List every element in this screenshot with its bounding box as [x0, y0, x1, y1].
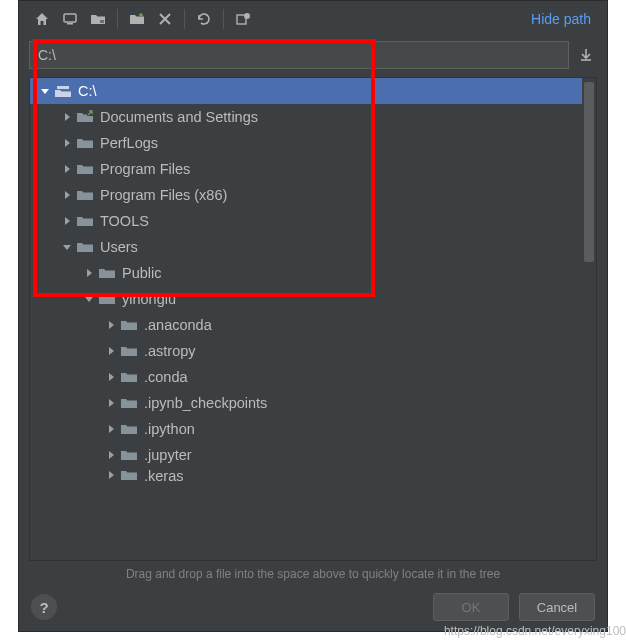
chevron-right-icon[interactable]: [60, 110, 74, 124]
hide-path-link[interactable]: Hide path: [531, 11, 597, 27]
tree-row-label: .astropy: [144, 343, 196, 359]
folder-icon: [120, 468, 138, 482]
folder-icon: [120, 318, 138, 332]
folder-icon: [76, 188, 94, 202]
folder-icon: [98, 266, 116, 280]
toolbar: Hide path: [19, 1, 607, 37]
chevron-right-icon[interactable]: [104, 344, 118, 358]
tree-row[interactable]: Users: [30, 234, 582, 260]
tree-row[interactable]: Program Files: [30, 156, 582, 182]
chevron-right-icon[interactable]: [60, 188, 74, 202]
folder-icon: [120, 422, 138, 436]
tree-row[interactable]: .keras: [30, 468, 582, 488]
tree-row[interactable]: .anaconda: [30, 312, 582, 338]
chevron-right-icon[interactable]: [60, 162, 74, 176]
tree-row[interactable]: .conda: [30, 364, 582, 390]
delete-button[interactable]: [152, 6, 178, 32]
tree-row-label: Public: [122, 265, 162, 281]
folder-icon: [120, 396, 138, 410]
refresh-button[interactable]: [191, 6, 217, 32]
tree-row[interactable]: PerfLogs: [30, 130, 582, 156]
show-hidden-button[interactable]: [230, 6, 256, 32]
tree-row-label: .jupyter: [144, 447, 192, 463]
chevron-right-icon[interactable]: [104, 422, 118, 436]
svg-rect-0: [64, 14, 76, 22]
tree-row-label: Program Files (x86): [100, 187, 227, 203]
project-folder-button[interactable]: [85, 6, 111, 32]
tree-row-label: .anaconda: [144, 317, 212, 333]
tree-row-label: .ipynb_checkpoints: [144, 395, 267, 411]
tree-row[interactable]: C:\: [30, 78, 582, 104]
separator: [117, 9, 118, 29]
chevron-down-icon[interactable]: [38, 84, 52, 98]
tree-row[interactable]: .ipynb_checkpoints: [30, 390, 582, 416]
cancel-button[interactable]: Cancel: [519, 593, 595, 621]
folder-icon: [120, 448, 138, 462]
folder-icon: [76, 136, 94, 150]
tree-row[interactable]: .jupyter: [30, 442, 582, 468]
tree-row[interactable]: .ipython: [30, 416, 582, 442]
svg-rect-2: [100, 20, 104, 23]
folder-icon: [98, 292, 116, 306]
tree-row-label: Users: [100, 239, 138, 255]
file-tree[interactable]: C:\Documents and SettingsPerfLogsProgram…: [30, 78, 582, 560]
chevron-right-icon[interactable]: [60, 214, 74, 228]
scrollbar-thumb[interactable]: [584, 82, 594, 262]
svg-rect-5: [57, 86, 69, 89]
desktop-button[interactable]: [57, 6, 83, 32]
home-button[interactable]: [29, 6, 55, 32]
chevron-right-icon[interactable]: [104, 468, 118, 482]
chevron-right-icon[interactable]: [60, 136, 74, 150]
history-button[interactable]: [575, 44, 597, 66]
hint-text: Drag and drop a file into the space abov…: [19, 561, 607, 585]
file-chooser-dialog: Hide path C:\Documents and SettingsPerfL…: [18, 0, 608, 632]
scrollbar[interactable]: [582, 78, 596, 560]
chevron-right-icon[interactable]: [82, 266, 96, 280]
tree-container: C:\Documents and SettingsPerfLogsProgram…: [29, 77, 597, 561]
tree-row-label: .ipython: [144, 421, 195, 437]
tree-row-label: yihonglu: [122, 291, 176, 307]
chevron-right-icon[interactable]: [104, 396, 118, 410]
folder-link-icon: [76, 110, 94, 124]
folder-icon: [76, 240, 94, 254]
tree-row[interactable]: TOOLS: [30, 208, 582, 234]
tree-row-label: Documents and Settings: [100, 109, 258, 125]
separator: [223, 9, 224, 29]
chevron-down-icon[interactable]: [82, 292, 96, 306]
path-input[interactable]: [29, 41, 569, 69]
separator: [184, 9, 185, 29]
folder-icon: [76, 162, 94, 176]
drive-icon: [54, 84, 72, 98]
tree-row-label: .keras: [144, 468, 184, 484]
watermark: https://blog.csdn.net/everyxing100: [444, 624, 626, 638]
folder-icon: [120, 344, 138, 358]
chevron-right-icon[interactable]: [104, 318, 118, 332]
tree-row[interactable]: Documents and Settings: [30, 104, 582, 130]
folder-icon: [76, 214, 94, 228]
tree-row-label: Program Files: [100, 161, 190, 177]
tree-row-label: C:\: [78, 83, 97, 99]
path-row: [19, 37, 607, 77]
ok-button[interactable]: OK: [433, 593, 509, 621]
tree-row[interactable]: .astropy: [30, 338, 582, 364]
tree-row[interactable]: yihonglu: [30, 286, 582, 312]
tree-row-label: .conda: [144, 369, 188, 385]
tree-row[interactable]: Program Files (x86): [30, 182, 582, 208]
new-folder-button[interactable]: [124, 6, 150, 32]
tree-row-label: TOOLS: [100, 213, 149, 229]
svg-point-4: [244, 13, 250, 19]
chevron-right-icon[interactable]: [104, 448, 118, 462]
svg-rect-1: [67, 23, 73, 25]
tree-row-label: PerfLogs: [100, 135, 158, 151]
help-button[interactable]: ?: [31, 594, 57, 620]
chevron-down-icon[interactable]: [60, 240, 74, 254]
folder-icon: [120, 370, 138, 384]
chevron-right-icon[interactable]: [104, 370, 118, 384]
tree-row[interactable]: Public: [30, 260, 582, 286]
